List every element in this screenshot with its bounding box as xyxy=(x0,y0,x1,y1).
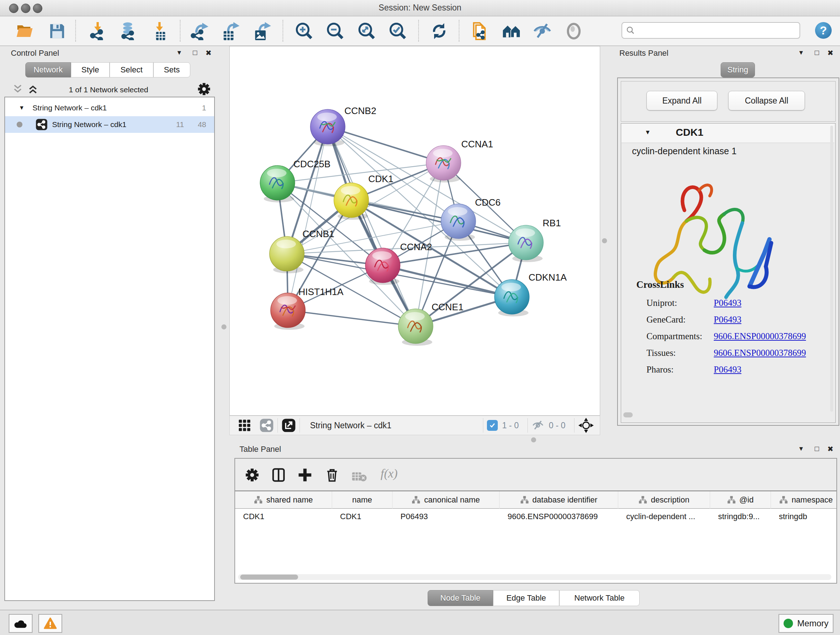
refresh-network-button[interactable] xyxy=(430,21,448,41)
gene-section-header[interactable]: ▼ CDK1 xyxy=(622,124,834,143)
node-CDK1[interactable] xyxy=(334,183,369,220)
search-field[interactable] xyxy=(622,22,800,39)
cloud-status-button[interactable] xyxy=(9,614,33,633)
import-network-file-button[interactable] xyxy=(88,21,107,41)
show-columns-icon[interactable] xyxy=(271,467,286,483)
crosslink-value-link[interactable]: P06493 xyxy=(714,315,741,325)
node-RB1[interactable] xyxy=(508,225,543,262)
column-header-shared-name[interactable]: shared name xyxy=(235,491,332,509)
column-header-name[interactable]: name xyxy=(332,491,393,509)
table-row[interactable]: CDK1CDK1P064939606.ENSP00000378699cyclin… xyxy=(235,509,836,524)
zoom-out-button[interactable] xyxy=(326,21,345,41)
fit-selected-crosshair-icon[interactable] xyxy=(578,417,594,433)
column-header-database-identifier[interactable]: database identifier xyxy=(500,491,618,509)
crosslink-value-link[interactable]: P06493 xyxy=(714,298,741,308)
show-all-button[interactable] xyxy=(564,21,583,41)
search-input[interactable] xyxy=(635,25,799,35)
network-collection-row[interactable]: ▼ String Network – cdk1 1 xyxy=(5,100,214,116)
section-expander-icon[interactable]: ▼ xyxy=(645,129,651,136)
float-menu-icon[interactable]: ▼ xyxy=(176,49,182,57)
open-session-button[interactable] xyxy=(15,21,34,41)
table-hscrollbar[interactable] xyxy=(238,574,831,580)
section-vscroll-track[interactable] xyxy=(830,126,833,412)
table-cell[interactable]: 9606.ENSP00000378699 xyxy=(500,509,618,524)
expand-all-button[interactable]: Expand All xyxy=(646,91,717,111)
table-cell[interactable]: P06493 xyxy=(393,509,500,524)
node-CCNE1[interactable] xyxy=(398,309,433,346)
warnings-button[interactable] xyxy=(38,614,62,633)
edge-CCNB2-HIST1H1A[interactable] xyxy=(288,127,328,310)
tab-sets[interactable]: Sets xyxy=(153,62,190,78)
function-builder-icon[interactable]: f(x) xyxy=(381,467,398,480)
tab-string[interactable]: String xyxy=(721,62,755,78)
collection-expander-icon[interactable]: ▼ xyxy=(19,105,25,111)
help-button[interactable]: ? xyxy=(815,22,832,39)
network-row-selected[interactable]: String Network – cdk1 11 48 xyxy=(5,116,214,133)
right-divider-handle[interactable] xyxy=(602,238,607,243)
memory-button[interactable]: Memory xyxy=(778,614,834,633)
selected-items-checkbox[interactable] xyxy=(487,420,498,431)
edge-HIST1H1A-CCNE1[interactable] xyxy=(288,310,416,326)
network-options-gear-icon[interactable] xyxy=(197,82,210,96)
table-options-gear-icon[interactable] xyxy=(245,468,259,482)
delete-column-icon[interactable] xyxy=(325,467,339,483)
left-divider-handle[interactable] xyxy=(221,325,226,329)
hidden-items-icon[interactable] xyxy=(531,419,545,432)
crosslink-value-link[interactable]: 9606.ENSP00000378699 xyxy=(714,331,806,341)
close-panel-icon[interactable]: ✖ xyxy=(827,49,834,57)
import-network-database-button[interactable] xyxy=(119,21,138,41)
table-cell[interactable]: CDK1 xyxy=(235,509,332,524)
float-panel-icon[interactable]: □ xyxy=(193,49,197,57)
node-HIST1H1A[interactable] xyxy=(271,293,305,330)
export-network-button[interactable] xyxy=(190,21,209,41)
import-table-file-button[interactable] xyxy=(151,21,170,41)
column-header--id[interactable]: @id xyxy=(710,491,771,509)
delete-table-icon[interactable] xyxy=(352,471,367,482)
tab-network[interactable]: Network xyxy=(25,62,71,78)
float-menu-icon[interactable]: ▼ xyxy=(798,445,804,453)
float-panel-icon[interactable]: □ xyxy=(815,49,819,57)
create-column-icon[interactable] xyxy=(297,467,313,483)
node-CDC25B[interactable] xyxy=(260,165,295,203)
node-CDC6[interactable] xyxy=(441,204,476,241)
tab-edge-table[interactable]: Edge Table xyxy=(493,590,559,606)
float-panel-icon[interactable]: □ xyxy=(815,445,819,453)
table-cell[interactable]: cyclin-dependent ... xyxy=(618,509,710,524)
tab-node-table[interactable]: Node Table xyxy=(428,590,493,606)
tab-style[interactable]: Style xyxy=(71,62,110,78)
zoom-fit-button[interactable] xyxy=(357,21,376,41)
export-table-button[interactable] xyxy=(221,21,240,41)
column-header-description[interactable]: description xyxy=(618,491,710,509)
export-image-button[interactable] xyxy=(253,21,271,41)
zoom-selected-button[interactable] xyxy=(388,21,407,41)
node-CDKN1A[interactable] xyxy=(494,279,529,317)
save-session-button[interactable] xyxy=(48,21,66,41)
open-in-new-window-icon[interactable] xyxy=(281,418,296,432)
collapse-all-icon[interactable] xyxy=(12,84,25,94)
zoom-in-button[interactable] xyxy=(295,21,314,41)
collapse-all-button[interactable]: Collapse All xyxy=(728,91,805,111)
network-graph[interactable]: CCNB2CCNA1CDC25BCDK1CDC6RB1CCNB1CCNA2CDK… xyxy=(230,46,600,415)
node-CCNA1[interactable] xyxy=(426,146,461,182)
show-hide-graphics-details-button[interactable] xyxy=(502,21,521,41)
column-header-namespace[interactable]: namespace xyxy=(771,491,837,509)
edge-CCNB2-CCNA1[interactable] xyxy=(328,127,444,163)
network-type-icon[interactable] xyxy=(259,418,274,432)
float-menu-icon[interactable]: ▼ xyxy=(798,49,804,57)
tab-network-table[interactable]: Network Table xyxy=(559,590,639,606)
hide-selected-button[interactable] xyxy=(533,21,552,41)
column-header-canonical-name[interactable]: canonical name xyxy=(393,491,500,509)
tab-select[interactable]: Select xyxy=(110,62,153,78)
bottom-divider-handle[interactable] xyxy=(531,437,536,442)
table-cell[interactable]: CDK1 xyxy=(332,509,393,524)
birds-eye-view-icon[interactable] xyxy=(238,418,251,432)
close-panel-icon[interactable]: ✖ xyxy=(827,445,834,453)
table-cell[interactable]: stringdb:9... xyxy=(710,509,771,524)
close-panel-icon[interactable]: ✖ xyxy=(205,49,212,57)
crosslink-value-link[interactable]: P06493 xyxy=(714,364,741,374)
new-network-from-selection-button[interactable] xyxy=(470,21,488,41)
expand-all-icon[interactable] xyxy=(27,84,41,94)
table-cell[interactable]: stringdb xyxy=(771,509,837,524)
crosslink-value-link[interactable]: 9606.ENSP00000378699 xyxy=(714,348,806,358)
network-canvas[interactable]: CCNB2CCNA1CDC25BCDK1CDC6RB1CCNB1CCNA2CDK… xyxy=(229,46,600,416)
